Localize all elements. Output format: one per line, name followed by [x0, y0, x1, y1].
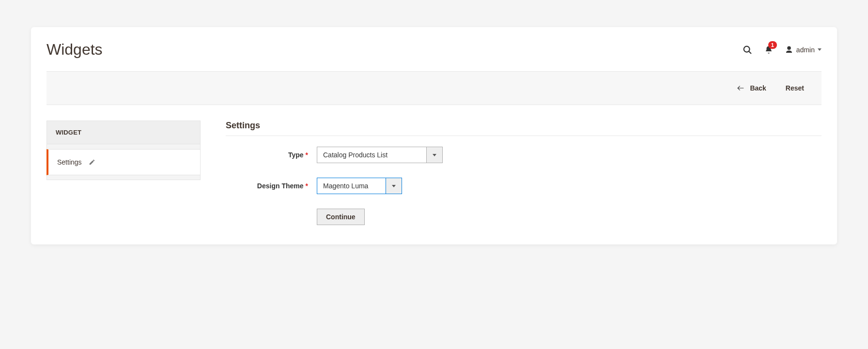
user-icon [785, 46, 793, 54]
chevron-down-icon [818, 48, 822, 51]
section-title: Settings [226, 121, 822, 136]
chevron-down-icon [386, 178, 402, 194]
sidebar-heading: WIDGET [46, 121, 201, 144]
required-mark: * [304, 151, 308, 159]
notification-badge: 1 [768, 41, 777, 49]
chevron-down-icon [426, 147, 443, 163]
sidebar-tab-settings[interactable]: Settings [46, 149, 201, 175]
pencil-icon [89, 159, 95, 166]
page-title: Widgets [46, 41, 742, 59]
back-label: Back [750, 84, 766, 92]
type-select[interactable]: Catalog Products List [317, 147, 443, 163]
reset-button[interactable]: Reset [786, 84, 804, 92]
type-label: Type [288, 151, 304, 159]
continue-button[interactable]: Continue [317, 209, 365, 225]
required-mark: * [304, 182, 308, 190]
type-select-value: Catalog Products List [317, 147, 426, 163]
username-label: admin [796, 46, 815, 54]
svg-line-1 [749, 51, 751, 53]
design-theme-select-value: Magento Luma [317, 178, 386, 194]
user-menu[interactable]: admin [785, 46, 822, 54]
sidebar-tab-label: Settings [57, 158, 82, 166]
notifications-icon[interactable]: 1 [764, 45, 773, 55]
back-button[interactable]: Back [736, 84, 766, 92]
design-theme-select[interactable]: Magento Luma [317, 178, 402, 194]
search-icon[interactable] [742, 45, 753, 55]
arrow-left-icon [736, 85, 745, 91]
design-theme-label: Design Theme [257, 182, 304, 190]
